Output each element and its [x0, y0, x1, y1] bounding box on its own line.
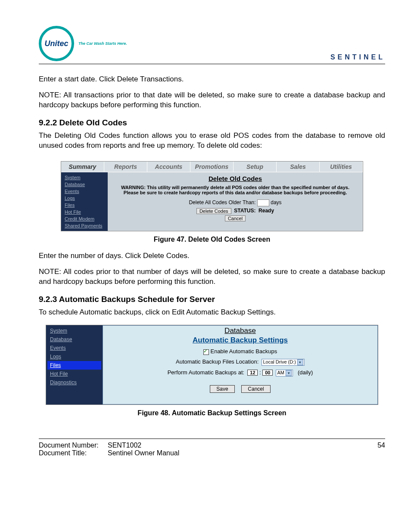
- sidebar-item[interactable]: Database: [47, 335, 101, 344]
- page-header: Unitec The Car Wash Starts Here. SENTINE…: [39, 26, 385, 64]
- sidebar-item[interactable]: Events: [63, 188, 106, 195]
- docnum-label: Document Number:: [39, 442, 108, 449]
- status-value: Ready: [258, 208, 274, 214]
- ampm-value: AM: [277, 370, 284, 375]
- tab-summary[interactable]: Summary: [61, 162, 104, 172]
- cancel-button[interactable]: Cancel: [225, 215, 246, 221]
- doctitle-value: Sentinel Owner Manual: [108, 449, 179, 457]
- figure-48-caption: Figure 48. Automatic Backup Settings Scr…: [39, 409, 385, 417]
- panel-title: Delete Old Codes: [115, 175, 355, 182]
- days-unit: days: [271, 199, 281, 205]
- sidebar-item[interactable]: Hot File: [47, 370, 101, 378]
- section-922-after1: Enter the number of days. Click Delete C…: [39, 251, 385, 261]
- cancel-button[interactable]: Cancel: [241, 385, 270, 393]
- sidebar-item-selected[interactable]: Files: [47, 361, 101, 370]
- warning-text: WARNING: This utility will permanently d…: [115, 185, 355, 195]
- docnum-value: SENT1002: [108, 442, 141, 449]
- sidebar-item[interactable]: System: [63, 174, 106, 181]
- chevron-down-icon: ▾: [286, 370, 292, 376]
- sidebar: System Database Events Logs Files Hot Fi…: [61, 172, 108, 231]
- older-than-label: Delete All Codes Older Than:: [189, 199, 255, 205]
- location-value: Local Drive (D:): [263, 359, 296, 364]
- delete-old-codes-screenshot: Summary Reports Accounts Promotions Setu…: [61, 161, 363, 231]
- enable-backups-checkbox[interactable]: [203, 349, 209, 355]
- sidebar-item[interactable]: Credit Modem: [63, 215, 106, 222]
- chevron-down-icon: ▾: [297, 359, 303, 365]
- sidebar-item[interactable]: Events: [47, 344, 101, 352]
- section-923-desc: To schedule Automatic backups, click on …: [39, 308, 385, 317]
- logo-mark: Unitec: [39, 26, 74, 61]
- sidebar-item[interactable]: Database: [63, 181, 106, 188]
- ampm-select[interactable]: AM ▾: [276, 370, 293, 376]
- logo: Unitec The Car Wash Starts Here.: [39, 26, 127, 61]
- top-tabs: Summary Reports Accounts Promotions Setu…: [61, 162, 363, 172]
- location-select[interactable]: Local Drive (D:) ▾: [262, 359, 304, 366]
- intro-note: NOTE: All transactions prior to that dat…: [39, 90, 385, 110]
- sidebar-item[interactable]: Logs: [63, 195, 106, 202]
- sidebar-item[interactable]: System: [47, 327, 101, 335]
- panel-subheading: Automatic Backup Settings: [107, 336, 373, 345]
- page-footer: Document Number: SENT1002 Document Title…: [39, 439, 385, 457]
- sidebar-item[interactable]: Logs: [47, 352, 101, 361]
- save-button[interactable]: Save: [210, 385, 234, 393]
- logo-tagline: The Car Wash Starts Here.: [78, 41, 127, 46]
- figure-47-caption: Figure 47. Delete Old Codes Screen: [39, 236, 385, 243]
- sidebar-item[interactable]: Shared Payments: [63, 222, 106, 229]
- section-922-desc: The Deleting Old Codes function allows y…: [39, 131, 385, 151]
- status-label: STATUS:: [234, 208, 255, 214]
- delete-codes-button[interactable]: Delete Codes: [196, 208, 231, 214]
- product-name: SENTINEL: [330, 53, 385, 61]
- tab-accounts[interactable]: Accounts: [147, 162, 190, 172]
- page-number: 54: [377, 442, 385, 457]
- sidebar-item[interactable]: Diagnostics: [47, 378, 101, 387]
- time-label: Perform Automatic Backups at:: [168, 369, 244, 376]
- auto-backup-screenshot: System Database Events Logs Files Hot Fi…: [46, 325, 378, 404]
- hour-input[interactable]: 12: [247, 370, 258, 376]
- daily-label: (daily): [298, 369, 313, 376]
- doctitle-label: Document Title:: [39, 449, 108, 457]
- tab-sales[interactable]: Sales: [277, 162, 320, 172]
- tab-utilities[interactable]: Utilities: [320, 162, 363, 172]
- tab-setup[interactable]: Setup: [234, 162, 277, 172]
- section-922-after-note: NOTE: All codes prior to that number of …: [39, 267, 385, 287]
- section-922-heading: 9.2.2 Delete Old Codes: [39, 118, 385, 128]
- tab-reports[interactable]: Reports: [104, 162, 147, 172]
- intro-paragraph: Enter a start date. Click Delete Transac…: [39, 75, 385, 84]
- minute-input[interactable]: 00: [262, 370, 273, 376]
- sidebar-item[interactable]: Hot File: [63, 208, 106, 215]
- section-923-heading: 9.2.3 Automatic Backups Schedule for Ser…: [39, 295, 385, 304]
- sidebar-item[interactable]: Files: [63, 202, 106, 208]
- sidebar: System Database Events Logs Files Hot Fi…: [46, 325, 103, 404]
- days-input[interactable]: [257, 199, 269, 206]
- tab-promotions[interactable]: Promotions: [190, 162, 234, 172]
- location-label: Automatic Backup Files Location:: [176, 358, 258, 365]
- enable-backups-label: Enable Automatic Backups: [210, 348, 277, 355]
- panel-heading: Database: [107, 327, 373, 335]
